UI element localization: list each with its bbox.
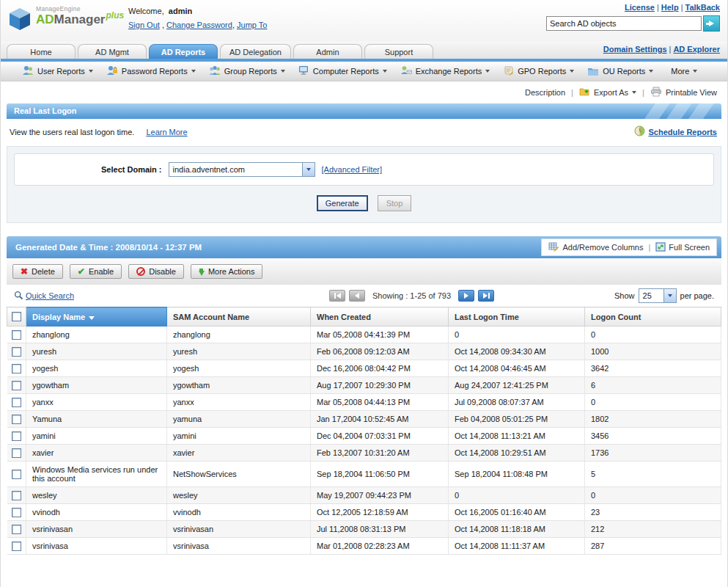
column-header-sam-account-name[interactable]: SAM Account Name (167, 307, 311, 327)
talkback-link[interactable]: TalkBack (685, 3, 721, 12)
add-remove-columns-button[interactable]: Add/Remove Columns (548, 241, 643, 253)
row-checkbox[interactable] (12, 364, 21, 373)
tab-ad-mgmt[interactable]: AD Mgmt (78, 44, 147, 59)
advanced-filter-link[interactable]: [Advanced Filter] (322, 165, 383, 174)
row-checkbox[interactable] (12, 431, 21, 441)
full-screen-button[interactable]: Full Screen (655, 242, 710, 253)
table-row: Windows Media services run under this ac… (7, 462, 721, 487)
menu-group-reports[interactable]: Group Reports (202, 65, 292, 77)
license-link[interactable]: License (625, 3, 655, 12)
cell-sam: yogesh (167, 360, 311, 377)
disable-button[interactable]: Disable (128, 264, 184, 279)
row-checkbox[interactable] (12, 491, 21, 500)
top-links: License|Help|TalkBack (546, 3, 720, 12)
schedule-reports[interactable]: Schedule Reports (634, 125, 717, 138)
first-page-button[interactable] (329, 290, 345, 302)
row-checkbox-cell (7, 343, 26, 360)
change-password-link[interactable]: Change Password (166, 21, 232, 29)
tab-ad-delegation[interactable]: AD Delegation (220, 44, 291, 59)
menu-more[interactable]: More (664, 67, 704, 76)
main-tabs: HomeAD MgmtAD ReportsAD DelegationAdminS… (1, 41, 727, 59)
cell-count: 287 (585, 538, 721, 555)
cell-sam: NetShowServices (167, 462, 311, 487)
chevron-down-icon (191, 70, 196, 73)
sign-out-link[interactable]: Sign Out (128, 21, 160, 29)
previous-page-button[interactable] (349, 290, 365, 302)
row-checkbox[interactable] (12, 381, 21, 390)
menu-gpo-reports[interactable]: GPO Reports (496, 65, 581, 77)
menu-label: More (671, 67, 689, 76)
row-checkbox[interactable] (12, 470, 21, 479)
tab-ad-reports[interactable]: AD Reports (149, 44, 218, 59)
cell-created: May 19,2007 09:44:23 PM (311, 487, 449, 504)
chevron-down-icon (649, 70, 653, 73)
row-checkbox[interactable] (12, 415, 21, 424)
page-size-select[interactable]: 25 (639, 288, 677, 303)
search-ad-objects-input[interactable] (546, 16, 702, 31)
menu-exchange-reports[interactable]: Exchange Reports (394, 65, 497, 77)
select-dropdown-button[interactable] (663, 289, 676, 302)
column-header-when-created[interactable]: When Created (311, 307, 449, 327)
generate-button[interactable]: Generate (317, 195, 368, 211)
delete-button[interactable]: ✖Delete (12, 264, 63, 279)
row-checkbox[interactable] (12, 448, 21, 458)
last-page-button[interactable] (478, 290, 494, 302)
quick-search[interactable]: Quick Search (14, 291, 74, 302)
row-checkbox[interactable] (12, 398, 21, 407)
tabs-container: HomeAD MgmtAD ReportsAD DelegationAdminS… (7, 44, 435, 59)
menu-ou-reports[interactable]: OU Reports (581, 66, 660, 77)
select-all-checkbox[interactable] (12, 312, 21, 321)
search-icon (14, 291, 23, 302)
top-header: ManageEngine ADManagerplus Welcome, admi… (1, 0, 727, 41)
tab-admin[interactable]: Admin (293, 44, 362, 59)
prev-triangle-icon (337, 293, 341, 299)
cell-created: Jul 11,2008 08:31:13 PM (311, 521, 449, 538)
showing-label: Showing : 1-25 of 793 (372, 291, 451, 300)
row-checkbox[interactable] (12, 330, 21, 340)
chevron-down-icon (383, 70, 387, 73)
app-logo: ManageEngine ADManagerplus (1, 0, 124, 41)
tab-home[interactable]: Home (7, 44, 76, 59)
column-header-last-logon-time[interactable]: Last Logon Time (449, 307, 585, 327)
quick-search-link[interactable]: Quick Search (26, 291, 74, 300)
column-header-logon-count[interactable]: Logon Count (585, 307, 721, 327)
printable-view-button[interactable]: Printable View (650, 87, 717, 98)
cell-last: Oct 14,2008 11:18:18 AM (449, 521, 585, 538)
per-page-label: per page. (680, 291, 714, 300)
menu-computer-reports[interactable]: Computer Reports (292, 65, 394, 77)
chevron-down-icon (89, 70, 93, 73)
tab-support[interactable]: Support (364, 44, 433, 59)
jump-to-link[interactable]: Jump To (237, 21, 267, 29)
report-title: Real Last Logon (7, 103, 721, 119)
select-dropdown-button[interactable] (302, 163, 315, 176)
generated-bar-tools: Add/Remove Columns | Full Screen (541, 238, 717, 256)
row-checkbox[interactable] (12, 525, 21, 534)
domain-select[interactable]: india.adventnet.com (169, 162, 315, 177)
last-page-icon (488, 293, 490, 299)
welcome-text: Welcome, admin (128, 7, 267, 15)
row-checkbox[interactable] (12, 347, 21, 357)
more-actions-arrow-icon (199, 271, 205, 276)
learn-more-link[interactable]: Learn More (146, 128, 187, 136)
cell-sam: yamuna (167, 411, 311, 428)
domain-settings-link[interactable]: Domain Settings (603, 45, 667, 54)
search-go-button[interactable] (703, 15, 720, 32)
ad-explorer-link[interactable]: AD Explorer (673, 45, 720, 54)
menu-user-reports[interactable]: User Reports (15, 65, 100, 77)
column-header-display-name[interactable]: Display Name (26, 307, 167, 327)
enable-button[interactable]: ✔Enable (70, 264, 122, 279)
row-checkbox[interactable] (12, 508, 21, 517)
description-button[interactable]: Description (525, 88, 565, 97)
next-page-button[interactable] (458, 290, 474, 302)
group-reports-icon (209, 65, 221, 77)
schedule-reports-link[interactable]: Schedule Reports (648, 128, 717, 136)
cell-display: vvinodh (26, 504, 167, 521)
cell-created: Mar 01,2008 02:28:23 AM (311, 538, 449, 555)
row-checkbox[interactable] (12, 542, 21, 551)
cell-display: Windows Media services run under this ac… (26, 462, 167, 487)
more-actions-button[interactable]: More Actions (191, 264, 263, 279)
menu-password-reports[interactable]: Password Reports (100, 65, 202, 77)
export-as-button[interactable]: Export As (579, 87, 636, 98)
search-arrow-icon (709, 21, 714, 26)
help-link[interactable]: Help (661, 3, 679, 12)
